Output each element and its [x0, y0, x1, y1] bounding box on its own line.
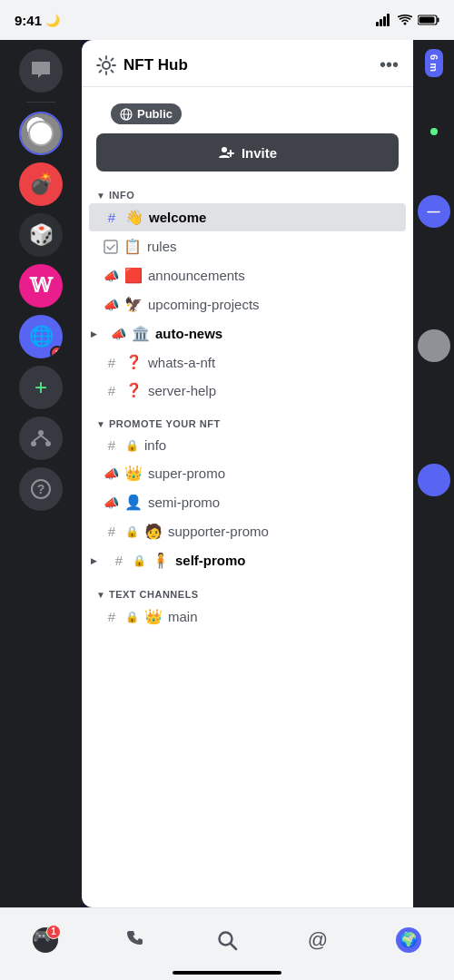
channel-info[interactable]: # 🔒 info	[89, 432, 406, 458]
server-icon-chat[interactable]	[19, 49, 63, 93]
nav-avatar-profile: 🌍	[396, 927, 421, 953]
sidebar-divider	[26, 102, 55, 103]
category-arrow-text: ▼	[96, 590, 105, 600]
announce-icon-auto-news: 📣	[111, 327, 126, 341]
collapse-arrow-self-promo: ▶	[91, 556, 97, 565]
category-text-channels[interactable]: ▼ TEXT CHANNELS	[82, 582, 413, 602]
server-icon-red[interactable]: 💣	[19, 162, 63, 206]
channel-self-promo[interactable]: ▶ # 🔒 🧍 self-promo	[89, 546, 406, 574]
channel-emoji-upcoming: 🦅	[124, 296, 143, 313]
right-mention-3	[418, 464, 450, 496]
svg-rect-2	[383, 16, 386, 26]
svg-point-4	[404, 23, 407, 25]
lock-icon-supporter: 🔒	[125, 525, 139, 538]
channel-name-self-promo: self-promo	[175, 553, 391, 568]
svg-line-12	[41, 436, 48, 441]
category-promote[interactable]: ▼ PROMOTE YOUR NFT	[82, 411, 413, 431]
channel-emoji-main: 👑	[144, 608, 163, 625]
server-notification-badge: 1	[50, 346, 63, 358]
main-panel: NFT Hub ••• Public Invite ▼ INFO # �	[82, 40, 413, 907]
channel-emoji-whats-a-nft: ❓	[125, 354, 143, 370]
moon-icon: 🌙	[45, 14, 60, 27]
svg-rect-22	[104, 240, 117, 253]
server-icon-active[interactable]: 🌐 1	[19, 315, 63, 358]
right-dot-1	[430, 128, 438, 135]
channel-name-rules: rules	[147, 239, 391, 254]
public-badge-container: Public	[82, 87, 413, 133]
channel-server-help[interactable]: # ❓ server-help	[89, 377, 406, 404]
channel-emoji-welcome: 👋	[125, 209, 143, 226]
home-indicator	[173, 971, 281, 975]
server-icon-purple-w[interactable]: 𝕎	[19, 264, 63, 308]
status-time: 9:41	[15, 13, 42, 28]
right-mention-1: —	[418, 195, 450, 228]
channel-semi-promo[interactable]: 📣 👤 semi-promo	[89, 488, 406, 516]
channel-emoji-server-help: ❓	[125, 382, 143, 398]
svg-point-9	[31, 441, 36, 446]
server-name-row: NFT Hub	[96, 55, 188, 75]
invite-button[interactable]: Invite	[96, 133, 399, 172]
svg-rect-1	[380, 19, 382, 26]
server-icon-cube[interactable]: 🎲	[19, 213, 63, 257]
announce-icon-upcoming: 📣	[104, 298, 119, 312]
server-settings-icon	[96, 55, 116, 75]
channel-supporter-promo[interactable]: # 🔒 🧑 supporter-promo	[89, 517, 406, 545]
more-options-button[interactable]: •••	[380, 54, 399, 75]
home-notification-badge: 1	[46, 925, 61, 939]
channel-rules[interactable]: 📋 rules	[89, 232, 406, 260]
channel-name-auto-news: auto-news	[155, 326, 391, 341]
invite-label: Invite	[242, 145, 277, 161]
right-mention-2	[418, 329, 450, 362]
channel-emoji-announcements: 🟥	[124, 267, 143, 284]
server-icon-directory[interactable]	[19, 416, 63, 460]
svg-rect-0	[376, 22, 379, 26]
right-panel-count: 6 m	[425, 49, 443, 77]
hash-icon-welcome: #	[104, 210, 120, 225]
category-name-info: INFO	[109, 190, 134, 201]
public-badge: Public	[111, 103, 182, 124]
public-label: Public	[137, 107, 173, 121]
channel-name-welcome: welcome	[149, 210, 391, 225]
hash-icon-supporter-promo: #	[104, 524, 120, 539]
right-panel: 6 m —	[413, 40, 454, 907]
hash-icon-whats-a-nft: #	[104, 355, 120, 370]
battery-icon	[418, 15, 439, 25]
svg-line-24	[231, 944, 236, 949]
nav-item-phone[interactable]	[123, 927, 149, 953]
left-sidebar: 💣 🎲 𝕎 🌐 1 + ?	[0, 40, 82, 907]
nav-item-search[interactable]	[214, 927, 240, 953]
server-header: NFT Hub •••	[82, 40, 413, 87]
channel-super-promo[interactable]: 📣 👑 super-promo	[89, 459, 406, 487]
svg-rect-7	[419, 17, 435, 24]
channel-name-server-help: server-help	[148, 383, 391, 398]
channel-name-announcements: announcements	[148, 268, 391, 283]
nav-item-home[interactable]: 🎮 1	[33, 927, 58, 953]
category-name-text: TEXT CHANNELS	[109, 589, 199, 600]
category-info[interactable]: ▼ INFO	[82, 182, 413, 202]
channel-name-main: main	[168, 609, 391, 624]
channel-emoji-semi-promo: 👤	[124, 494, 143, 511]
channel-whats-a-nft[interactable]: # ❓ whats-a-nft	[89, 348, 406, 376]
mention-icon: @	[305, 927, 331, 953]
channel-welcome[interactable]: # 👋 welcome	[89, 203, 406, 231]
channel-main[interactable]: # 🔒 👑 main	[89, 603, 406, 631]
channel-upcoming-projects[interactable]: 📣 🦅 upcoming-projects	[89, 290, 406, 318]
nav-item-profile[interactable]: 🌍	[396, 927, 421, 953]
lock-icon-main: 🔒	[125, 611, 139, 623]
announce-icon-super-promo: 📣	[104, 466, 119, 481]
svg-text:?: ?	[37, 482, 45, 496]
svg-rect-3	[387, 14, 390, 26]
category-arrow-promote: ▼	[96, 419, 105, 429]
server-icon-help[interactable]: ?	[19, 467, 63, 511]
channel-name-semi-promo: semi-promo	[148, 495, 391, 510]
server-icon-avatar[interactable]	[19, 112, 63, 155]
nav-item-mention[interactable]: @	[305, 927, 331, 953]
signal-icon	[376, 14, 392, 26]
invite-icon	[218, 144, 234, 161]
svg-point-19	[222, 147, 227, 152]
server-name: NFT Hub	[123, 56, 188, 74]
announce-icon-announcements: 📣	[104, 269, 119, 283]
channel-auto-news[interactable]: ▶ 📣 🏛️ auto-news	[89, 319, 406, 348]
channel-announcements[interactable]: 📣 🟥 announcements	[89, 261, 406, 289]
add-server-button[interactable]: +	[19, 366, 63, 409]
